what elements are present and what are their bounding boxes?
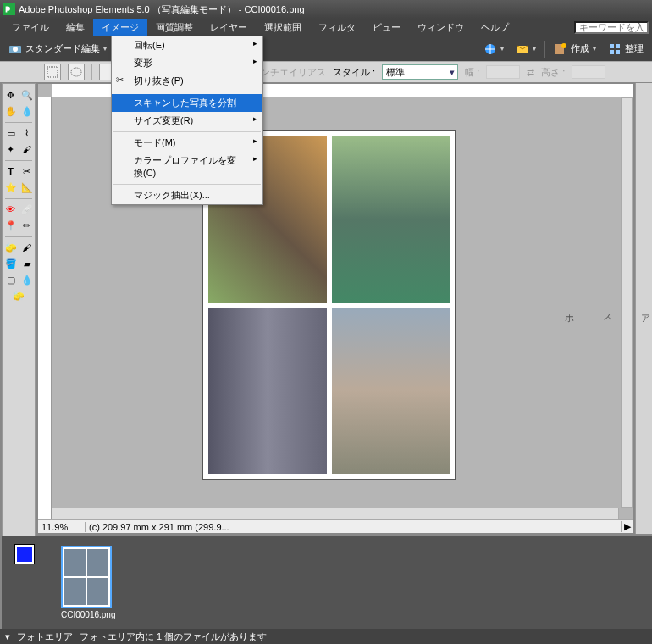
photo-4 (332, 308, 450, 474)
photo-area-label[interactable]: フォトエリア (17, 630, 73, 643)
menu-separator (113, 92, 261, 92)
zoom-level[interactable]: 11.9% (38, 522, 86, 532)
crop-tool[interactable]: ✂ (19, 164, 35, 179)
marquee-rect-icon[interactable] (44, 64, 61, 80)
sponge-tool[interactable]: 🧽 (11, 288, 26, 303)
bucket-tool[interactable]: 🪣 (3, 256, 19, 271)
menuitem-label: 回転(E) (134, 39, 165, 52)
wand-tool[interactable]: ✦ (3, 142, 19, 157)
browse-button[interactable]: ▾ (480, 41, 507, 58)
svg-point-12 (71, 68, 81, 76)
text-tool[interactable]: T (3, 164, 19, 179)
width-input (486, 65, 520, 79)
hand-tool[interactable]: ✋ (3, 103, 19, 119)
style-select[interactable]: 標準 (382, 64, 458, 80)
organize-button[interactable]: 整理 (605, 41, 647, 58)
organize-label: 整理 (625, 42, 644, 55)
panel-tab[interactable]: ア (639, 308, 652, 319)
menu-ファイル[interactable]: ファイル (3, 19, 58, 36)
svg-rect-9 (610, 50, 614, 54)
thumbnail[interactable]: CCI00016.png (61, 546, 113, 619)
options-bar: アンチエイリアス スタイル : 標準 幅 : ⇄ 高さ : (0, 61, 652, 83)
menuitem-label: カラープロファイルを変換(C) (134, 154, 244, 180)
brush-tool[interactable]: 🖌 (19, 240, 35, 255)
menuitem-label: 変形 (134, 57, 152, 69)
menu-separator (113, 131, 261, 132)
menuitem-label: 切り抜き(P) (134, 75, 184, 87)
globe-icon (483, 42, 497, 56)
menuitem-4[interactable]: サイズ変更(R) (112, 112, 262, 130)
ruler-vertical (38, 97, 52, 519)
blur-tool[interactable]: 💧 (19, 272, 35, 287)
menu-レイヤー[interactable]: レイヤー (202, 19, 256, 36)
photo-bin: CCI00016.png (2, 536, 652, 629)
style-value: 標準 (386, 66, 405, 79)
eraser-tool[interactable]: 🧽 (3, 240, 19, 255)
hscrollbar[interactable] (52, 508, 619, 519)
straighten-tool[interactable]: 📐 (19, 180, 35, 195)
menu-ウィンドウ[interactable]: ウィンドウ (409, 19, 472, 36)
panel-tab[interactable]: ス (601, 308, 614, 319)
lasso-tool[interactable]: ⌇ (19, 125, 35, 141)
menu-bar: ファイル編集イメージ画質調整レイヤー選択範囲フィルタビューウィンドウヘルプ (0, 19, 652, 36)
marquee-ellipse-icon[interactable] (68, 64, 85, 80)
menuitem-label: サイズ変更(R) (134, 114, 193, 127)
thumb-filename: CCI00016.png (61, 610, 113, 619)
window-title: Adobe Photoshop Elements 5.0 （写真編集モード） -… (19, 3, 305, 16)
help-search-input[interactable] (574, 21, 649, 34)
svg-rect-8 (616, 44, 620, 48)
photo-3 (208, 308, 327, 474)
width-label: 幅 : (465, 66, 479, 79)
gradient-tool[interactable]: ▰ (19, 256, 35, 271)
menuitem-3[interactable]: スキャンした写真を分割 (112, 94, 262, 112)
vscrollbar[interactable] (621, 97, 633, 508)
image-menu-dropdown: 回転(E)変形✂切り抜き(P)スキャンした写真を分割サイズ変更(R)モード(M)… (111, 36, 263, 205)
grid-icon (608, 42, 622, 56)
main-toolbar: スタンダード編集▾ ▾ ▾ 作成▾ 整理 (0, 36, 652, 61)
expand-icon[interactable]: ▾ (5, 631, 10, 642)
menuitem-5[interactable]: モード(M) (112, 134, 262, 152)
cookie-tool[interactable]: ⭐ (3, 180, 19, 195)
pencil-tool[interactable]: ✏ (19, 218, 35, 233)
create-button[interactable]: 作成▾ (550, 41, 600, 58)
redeye-tool[interactable]: 👁 (3, 202, 19, 217)
edit-mode-selector[interactable]: スタンダード編集▾ (5, 41, 110, 58)
height-input (572, 65, 605, 79)
menuitem-label: スキャンした写真を分割 (134, 97, 236, 109)
zoom-tool[interactable]: 🔍 (19, 87, 35, 103)
menu-フィルタ[interactable]: フィルタ (310, 19, 364, 36)
marquee-tool[interactable]: ▭ (3, 125, 19, 141)
move-tool[interactable]: ✥ (3, 87, 19, 103)
menuitem-2[interactable]: ✂切り抜き(P) (112, 72, 262, 90)
menu-編集[interactable]: 編集 (58, 19, 93, 36)
menuitem-label: マジック抽出(X)... (134, 189, 210, 202)
menuitem-1[interactable]: 変形 (112, 54, 262, 72)
svg-rect-11 (47, 67, 58, 77)
menuitem-7[interactable]: マジック抽出(X)... (112, 186, 262, 204)
status-message: フォトエリア内に 1 個のファイルがあります (80, 630, 267, 643)
panel-tab[interactable]: ホ (563, 308, 576, 319)
svg-rect-10 (616, 50, 620, 54)
info-arrow-icon[interactable]: ▶ (621, 521, 633, 532)
mail-icon (516, 42, 529, 56)
height-label: 高さ : (541, 66, 565, 79)
menu-ビュー[interactable]: ビュー (364, 19, 409, 36)
svg-point-2 (13, 47, 18, 52)
menu-ヘルプ[interactable]: ヘルプ (472, 19, 517, 36)
menu-イメージ[interactable]: イメージ (93, 19, 147, 36)
select-brush-tool[interactable]: 🖌 (19, 142, 35, 157)
app-icon (3, 3, 15, 15)
stamp-tool[interactable]: 📍 (3, 218, 19, 233)
mode-label: スタンダード編集 (25, 42, 100, 55)
eyedropper-tool[interactable]: 💧 (19, 103, 35, 119)
menu-選択範囲[interactable]: 選択範囲 (256, 19, 310, 36)
menuitem-0[interactable]: 回転(E) (112, 36, 262, 54)
healing-tool[interactable]: 🩹 (19, 202, 35, 217)
menuitem-6[interactable]: カラープロファイルを変換(C) (112, 152, 262, 182)
doc-status-strip: 11.9% (c) 209.97 mm x 291 mm (299.9... ▶ (38, 519, 633, 533)
photo-2 (332, 136, 450, 303)
menu-画質調整[interactable]: 画質調整 (147, 19, 202, 36)
swap-icon[interactable]: ⇄ (527, 67, 534, 78)
shape-tool[interactable]: ▢ (3, 272, 19, 287)
mail-button[interactable]: ▾ (512, 41, 539, 58)
